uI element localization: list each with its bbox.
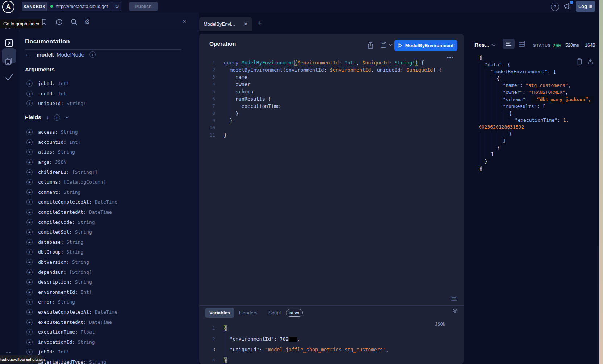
collapse-panel-icon[interactable]: « (182, 17, 186, 25)
add-field-icon[interactable]: + (26, 189, 33, 195)
doc-field-row[interactable]: +childrenL1: [String!] (25, 167, 195, 177)
add-field-icon[interactable]: + (26, 339, 33, 345)
help-icon[interactable]: ? (551, 3, 559, 11)
response-list-view-toggle[interactable] (503, 39, 515, 49)
new-tab-icon[interactable]: + (258, 19, 262, 27)
add-field-icon[interactable]: + (26, 129, 33, 135)
doc-field-row[interactable]: +access: String (25, 127, 195, 137)
announcements-megaphone-icon[interactable] (563, 3, 571, 10)
variables-code-editor[interactable]: { "environmentId": 782, "uniqueId": "mod… (224, 325, 389, 364)
operation-code-editor[interactable]: query ModelByEnvironment($environmentId:… (224, 60, 442, 139)
close-tab-icon[interactable]: ✕ (244, 21, 248, 27)
endpoint-url-input[interactable]: https://metadata.cloud.get (47, 2, 113, 11)
add-field-icon[interactable]: + (26, 299, 33, 305)
code-line: { (479, 110, 598, 117)
explorer-nav-icon[interactable] (5, 39, 13, 47)
doc-field-row[interactable]: +compiledCode: String (25, 217, 195, 227)
doc-field-row[interactable]: +alias: String (25, 147, 195, 157)
doc-field-row[interactable]: +jobId: Int! (25, 79, 195, 89)
doc-field-row[interactable]: +accountId: Int! (25, 137, 195, 147)
back-arrow-icon[interactable]: ← (25, 51, 31, 58)
doc-field-row[interactable]: +dbtGroup: String (25, 247, 195, 257)
add-field-icon[interactable]: + (26, 239, 33, 245)
save-options-chevron-icon[interactable] (389, 44, 393, 46)
doc-field-row[interactable]: +compileStartedAt: DateTime (25, 207, 195, 217)
doc-field-row[interactable]: +invocationId: String (25, 337, 195, 347)
doc-field-row[interactable]: +compiledSql: String (25, 227, 195, 237)
add-field-icon[interactable]: + (26, 139, 33, 145)
doc-field-row[interactable]: +runId: Int (25, 89, 195, 99)
save-operation-icon[interactable] (380, 41, 387, 48)
publish-button[interactable]: Publish (129, 2, 158, 11)
doc-field-row[interactable]: +compileCompletedAt: DateTime (25, 197, 195, 207)
collapse-variables-chevron-icon[interactable] (452, 308, 457, 313)
login-button[interactable]: Log in (576, 1, 595, 12)
sort-fields-icon[interactable]: ↓ (46, 114, 49, 120)
doc-field-row[interactable]: +description: String (25, 277, 195, 287)
add-field-icon[interactable]: + (26, 269, 33, 275)
response-table-view-toggle[interactable] (519, 41, 525, 47)
add-field-icon[interactable]: + (26, 199, 33, 205)
fields-heading: Fields (25, 114, 41, 121)
add-field-icon[interactable]: + (26, 229, 33, 235)
add-all-fields-icon[interactable]: + (54, 114, 60, 121)
editor-options-ellipsis-icon[interactable]: ••• (447, 55, 454, 60)
add-field-icon[interactable]: + (26, 80, 33, 87)
page-scrollbar-strip[interactable] (599, 0, 603, 364)
add-field-icon[interactable]: + (26, 91, 33, 97)
doc-field-row[interactable]: +executeStartedAt: DateTime (25, 317, 195, 327)
doc-field-row[interactable]: +comment: String (25, 187, 195, 197)
history-icon[interactable] (56, 18, 63, 25)
doc-field-row[interactable]: +dependsOn: [String] (25, 267, 195, 277)
settings-gear-icon[interactable]: ⚙ (84, 18, 90, 26)
add-field-icon[interactable]: + (26, 329, 33, 335)
doc-field-row[interactable]: +executeCompletedAt: DateTime (25, 307, 195, 317)
doc-field-row[interactable]: +error: String (25, 297, 195, 307)
breadcrumb-type[interactable]: ModelNode (56, 51, 84, 58)
line-number: 5 (202, 89, 215, 96)
doc-field-row[interactable]: +columns: [CatalogColumn] (25, 177, 195, 187)
add-field-icon[interactable]: + (26, 259, 33, 265)
add-field-icon[interactable]: + (26, 159, 33, 165)
search-icon[interactable] (71, 18, 78, 25)
doc-field-row[interactable]: +args: JSON (25, 157, 195, 167)
checks-nav-icon[interactable] (4, 73, 14, 81)
operation-tab[interactable]: ModelByEnvi... ✕ (199, 17, 252, 31)
share-operation-icon[interactable] (367, 41, 374, 49)
doc-field-row[interactable]: +database: String (25, 237, 195, 247)
add-field-icon[interactable]: + (26, 349, 33, 355)
add-field-icon[interactable]: + (26, 209, 33, 215)
field-name: compileStartedAt: (38, 209, 86, 215)
add-field-icon[interactable]: + (26, 179, 33, 185)
tab-headers[interactable]: Headers (239, 310, 257, 315)
changelog-nav-icon[interactable] (5, 57, 13, 66)
add-field-icon[interactable]: + (26, 100, 33, 106)
keyboard-shortcuts-icon[interactable] (451, 296, 457, 301)
doc-field-row[interactable]: +dbtVersion: String (25, 257, 195, 267)
add-type-icon[interactable]: + (89, 51, 96, 58)
add-field-icon[interactable]: + (26, 249, 33, 255)
tab-script[interactable]: Script (268, 310, 281, 315)
doc-field-row[interactable]: +environmentId: Int! (25, 287, 195, 297)
line-number: 11 (202, 132, 215, 139)
add-field-icon[interactable]: + (26, 279, 33, 285)
response-json-viewer[interactable]: {"data": {"modelByEnvironment": [{"name"… (479, 55, 598, 173)
tab-variables[interactable]: Variables (205, 308, 234, 318)
add-field-icon[interactable]: + (26, 169, 33, 175)
doc-field-row[interactable]: +materializedType: String (25, 357, 195, 364)
add-field-icon[interactable]: + (26, 309, 33, 315)
add-field-icon[interactable]: + (26, 149, 33, 155)
add-field-icon[interactable]: + (26, 289, 33, 295)
add-field-icon[interactable]: + (26, 319, 33, 325)
doc-field-row[interactable]: +executionTime: Float (25, 327, 195, 337)
doc-field-row[interactable]: +uniqueId: String! (25, 99, 195, 109)
run-operation-button[interactable]: ModelByEnvironment (394, 40, 457, 51)
connection-settings-gear-icon[interactable]: ⚙ (113, 2, 121, 11)
add-field-icon[interactable]: + (26, 219, 33, 225)
response-dropdown-chevron-icon[interactable] (491, 44, 496, 47)
rail-overflow-dots-icon[interactable] (6, 352, 11, 354)
fields-options-chevron-icon[interactable] (65, 116, 69, 119)
doc-field-row[interactable]: +jobId: Int! (25, 347, 195, 357)
variables-section-divider (199, 305, 464, 306)
apollo-logo-icon[interactable]: A (2, 1, 14, 13)
